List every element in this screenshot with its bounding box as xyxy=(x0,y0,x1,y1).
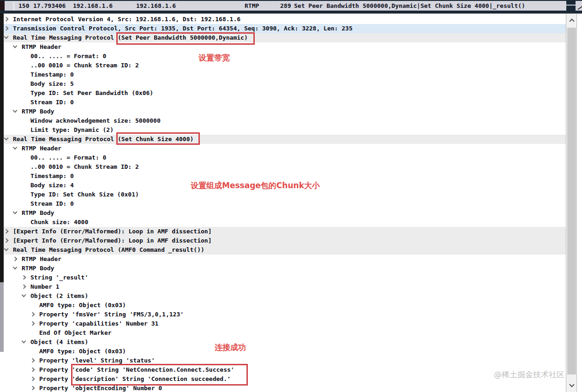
annotation-set-bandwidth: 设置带宽 xyxy=(198,53,230,63)
tree-row[interactable]: Type ID: Set Peer Bandwidth (0x06) xyxy=(0,89,566,98)
tree-row-label: AMF0 type: Object (0x03) xyxy=(39,301,126,310)
tree-row[interactable]: Property 'fmsVer' String 'FMS/3,0,1,123' xyxy=(0,310,566,319)
tree-row[interactable]: RTMP Body xyxy=(0,107,566,116)
chevron-expanded-icon[interactable] xyxy=(13,108,18,113)
left-edge-dark-strip xyxy=(0,13,4,282)
highlight-box-connect-success xyxy=(71,364,248,386)
tree-row[interactable]: End Of Object Marker xyxy=(0,328,566,338)
tree-row[interactable]: RTMP Header xyxy=(0,144,566,153)
tree-row[interactable]: Stream ID: 0 xyxy=(0,98,566,107)
tree-row-label: Object (4 items) xyxy=(30,338,88,347)
tree-row-label: [Expert Info (Error/Malformed): Loop in … xyxy=(13,227,211,236)
chevron-collapsed-icon[interactable] xyxy=(13,257,18,261)
packet-protocol: RTMP xyxy=(245,2,259,10)
chevron-collapsed-icon[interactable] xyxy=(30,321,35,326)
tree-row-label: Timestamp: 0 xyxy=(30,70,74,79)
chevron-expanded-icon[interactable] xyxy=(13,210,18,214)
scrollbar-thumb[interactable] xyxy=(567,28,576,374)
chevron-collapsed-icon[interactable] xyxy=(22,275,26,280)
chevron-collapsed-icon[interactable] xyxy=(4,17,9,22)
chevron-collapsed-icon[interactable] xyxy=(30,386,35,391)
tree-row[interactable]: Number 1 xyxy=(0,282,566,291)
tree-row[interactable]: Real Time Messaging Protocol (Set Peer B… xyxy=(0,33,566,42)
chevron-expanded-icon[interactable] xyxy=(4,136,9,141)
tree-row-label: Property 'capabilities' Number 31 xyxy=(39,319,158,328)
packet-source: 192.168.1.6 xyxy=(73,2,113,10)
tree-row-label: RTMP Body xyxy=(22,208,54,218)
tree-row[interactable]: 00.. .... = Format: 0 xyxy=(0,52,566,61)
chevron-expanded-icon[interactable] xyxy=(13,44,18,48)
column-separator xyxy=(13,2,14,11)
tree-row[interactable]: String '_result' xyxy=(0,273,566,282)
chevron-expanded-icon[interactable] xyxy=(13,145,18,150)
tree-row[interactable]: Body size: 5 xyxy=(0,79,566,89)
tree-row[interactable]: Property 'capabilities' Number 31 xyxy=(0,319,566,328)
chevron-collapsed-icon[interactable] xyxy=(30,358,35,363)
tree-row[interactable]: Internet Protocol Version 4, Src: 192.16… xyxy=(0,15,566,24)
tree-row[interactable]: Limit type: Dynamic (2) xyxy=(0,125,566,135)
tree-row[interactable]: Window acknowledgement size: 5000000 xyxy=(0,116,566,125)
tree-row-label: RTMP Body xyxy=(22,264,54,273)
packet-list-row[interactable]: 150 17.793406 192.168.1.6 192.168.1.6 RT… xyxy=(0,0,582,13)
tree-row[interactable]: RTMP Body xyxy=(0,264,566,273)
tree-row[interactable]: AMF0 type: Object (0x03) xyxy=(0,301,566,310)
tree-row[interactable]: ..00 0010 = Chunk Stream ID: 2 xyxy=(0,162,566,172)
tree-row[interactable]: Stream ID: 0 xyxy=(0,199,566,208)
chevron-expanded-icon[interactable] xyxy=(22,293,26,297)
chevron-collapsed-icon[interactable] xyxy=(4,26,9,31)
tree-row[interactable]: Object (2 items) xyxy=(0,291,566,301)
tree-row[interactable]: [Expert Info (Error/Malformed): Loop in … xyxy=(0,236,566,245)
tree-row-label: Property 'fmsVer' String 'FMS/3,0,1,123' xyxy=(39,310,184,319)
chevron-expanded-icon[interactable] xyxy=(4,247,9,251)
chevron-collapsed-icon[interactable] xyxy=(4,238,9,243)
chevron-collapsed-icon[interactable] xyxy=(22,285,26,289)
tree-row-label: 00.. .... = Format: 0 xyxy=(30,153,106,162)
scrollbar-grip-line xyxy=(566,5,576,6)
chevron-collapsed-icon[interactable] xyxy=(30,377,35,381)
tree-row-label: Body size: 5 xyxy=(30,79,74,89)
packet-no: 150 xyxy=(18,2,29,10)
tree-row-label: String '_result' xyxy=(30,273,88,282)
scroll-down-icon[interactable] xyxy=(569,382,574,387)
tree-row[interactable]: AMF0 type: Object (0x03) xyxy=(0,347,566,356)
tree-row[interactable]: Transmission Control Protocol, Src Port:… xyxy=(0,24,566,33)
tree-row-label: Limit type: Dynamic (2) xyxy=(30,125,114,135)
tree-row[interactable]: 00.. .... = Format: 0 xyxy=(0,153,566,162)
right-gutter xyxy=(577,14,582,392)
tree-row-label: End Of Object Marker xyxy=(39,328,112,338)
tree-row-label: RTMP Body xyxy=(22,107,54,116)
chevron-collapsed-icon[interactable] xyxy=(30,312,35,317)
tree-row[interactable]: Timestamp: 0 xyxy=(0,70,566,79)
packet-info: Set Peer Bandwidth 5000000,Dynamic|Set C… xyxy=(294,2,525,10)
chevron-collapsed-icon[interactable] xyxy=(30,368,35,372)
tree-row[interactable]: RTMP Body xyxy=(0,208,566,218)
chevron-expanded-icon[interactable] xyxy=(13,265,18,270)
chevron-collapsed-icon[interactable] xyxy=(4,229,9,234)
detail-pane-scrollbar[interactable] xyxy=(566,14,577,392)
tree-row[interactable]: Chunk size: 4000 xyxy=(0,218,566,227)
tree-row-label: Body size: 4 xyxy=(30,181,74,190)
tree-row-label: Object (2 items) xyxy=(30,291,88,301)
packet-destination: 192.168.1.6 xyxy=(136,2,176,10)
chevron-expanded-icon[interactable] xyxy=(22,339,26,344)
tree-row-label: Internet Protocol Version 4, Src: 192.16… xyxy=(13,15,240,24)
tree-row[interactable]: [Expert Info (Error/Malformed): Loop in … xyxy=(0,227,566,236)
highlight-box-set-chunk-size xyxy=(116,132,200,145)
tree-row-label: Transmission Control Protocol, Src Port:… xyxy=(13,24,353,33)
tree-row-label: Window acknowledgement size: 5000000 xyxy=(30,116,161,125)
tree-row[interactable]: RTMP Header xyxy=(0,255,566,264)
tree-row[interactable]: Real Time Messaging Protocol (Set Chunk … xyxy=(0,135,566,144)
tree-row[interactable]: RTMP Header xyxy=(0,42,566,52)
packet-time: 17.793406 xyxy=(33,2,66,10)
chevron-expanded-icon[interactable] xyxy=(4,35,9,39)
scroll-up-icon[interactable] xyxy=(569,18,574,24)
tree-row[interactable]: Object (4 items) xyxy=(0,338,566,347)
tree-row-label: RTMP Header xyxy=(22,144,61,153)
tree-row-label: Type ID: Set Peer Bandwidth (0x06) xyxy=(30,89,153,98)
tree-row-label: AMF0 type: Object (0x03) xyxy=(39,347,126,356)
tree-row[interactable]: Timestamp: 0 xyxy=(0,172,566,181)
watermark: @稀土掘金技术社区 xyxy=(494,369,564,380)
tree-row[interactable]: Real Time Messaging Protocol (AMF0 Comma… xyxy=(0,245,566,255)
tree-row[interactable]: ..00 0010 = Chunk Stream ID: 2 xyxy=(0,61,566,70)
tree-row[interactable]: Type ID: Set Chunk Size (0x01) xyxy=(0,190,566,199)
